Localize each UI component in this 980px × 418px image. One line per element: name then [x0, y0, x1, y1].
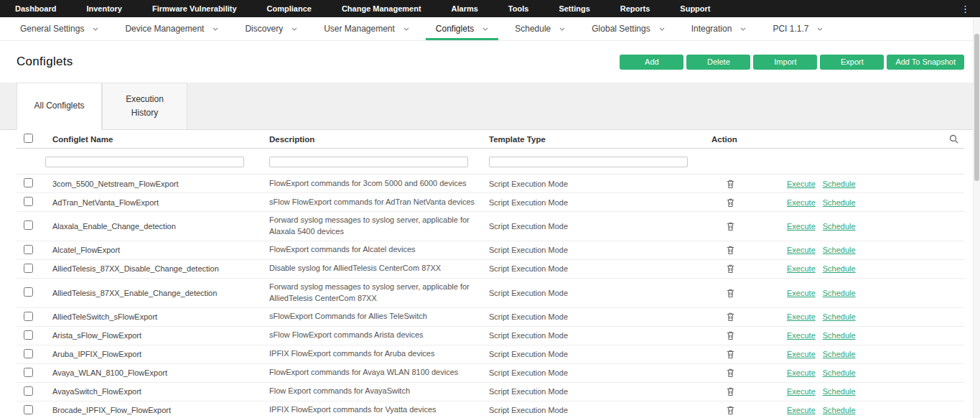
action-header-label: Action	[711, 135, 737, 144]
toolbar-button[interactable]: Delete	[686, 55, 750, 70]
column-header-template-type[interactable]: Template Type	[489, 135, 711, 144]
delete-icon[interactable]	[726, 386, 735, 396]
delete-icon[interactable]	[726, 405, 735, 415]
execute-link[interactable]: Execute	[787, 406, 816, 414]
execute-link[interactable]: Execute	[787, 368, 816, 377]
schedule-link[interactable]: Schedule	[823, 387, 856, 396]
toolbar: Add Delete Import Export Add To Snapshot	[620, 55, 964, 70]
topnav-item[interactable]: Change Management	[327, 0, 437, 17]
subnav-item[interactable]: Discovery	[235, 17, 307, 40]
schedule-link[interactable]: Schedule	[823, 246, 856, 254]
topnav-item[interactable]: Firmware Vulnerability	[137, 0, 252, 17]
toolbar-button[interactable]: Export	[820, 55, 884, 70]
delete-icon[interactable]	[726, 179, 735, 189]
subnav-item[interactable]: General Settings	[10, 17, 108, 40]
column-header-description[interactable]: Description	[269, 135, 489, 144]
subnav-item[interactable]: PCI 1.1.7	[762, 17, 833, 40]
row-checkbox[interactable]	[24, 264, 33, 273]
scrollbar-thumb[interactable]	[974, 34, 979, 181]
chevron-down-icon	[403, 27, 409, 31]
schedule-link[interactable]: Schedule	[823, 368, 856, 377]
table-row: AlliedTelesis_87XX_Disable_Change_detect…	[17, 260, 964, 279]
topnav-item[interactable]: Support	[665, 0, 725, 17]
delete-icon[interactable]	[726, 264, 735, 274]
subnav-item[interactable]: Integration	[681, 17, 757, 40]
subnav-item[interactable]: Schedule	[505, 17, 575, 40]
execute-link[interactable]: Execute	[787, 387, 816, 396]
page-header: Configlets Add Delete Import Export Add …	[0, 41, 980, 83]
execute-link[interactable]: Execute	[787, 180, 816, 188]
filter-template-type-input[interactable]	[489, 157, 688, 167]
topnav-item[interactable]: Reports	[605, 0, 666, 17]
toolbar-button[interactable]: Import	[753, 55, 817, 70]
toolbar-button[interactable]: Add	[620, 55, 683, 70]
overflow-menu-icon[interactable]: ⋮	[961, 4, 970, 14]
toolbar-button[interactable]: Add To Snapshot	[887, 55, 964, 70]
row-actions: Execute Schedule	[711, 245, 964, 255]
search-icon[interactable]	[949, 134, 958, 144]
delete-icon[interactable]	[726, 245, 735, 255]
filter-name-input[interactable]	[45, 157, 244, 167]
chevron-down-icon	[817, 27, 823, 31]
select-all-checkbox[interactable]	[24, 134, 33, 143]
row-checkbox[interactable]	[24, 197, 33, 206]
row-checkbox[interactable]	[24, 368, 33, 377]
execute-link[interactable]: Execute	[787, 222, 816, 231]
schedule-link[interactable]: Schedule	[823, 222, 856, 231]
execute-link[interactable]: Execute	[787, 264, 816, 273]
vertical-scrollbar[interactable]	[973, 18, 980, 418]
configlet-description: FlowExport commands for 3com 5000 and 60…	[269, 178, 489, 190]
delete-icon[interactable]	[726, 312, 735, 322]
execute-link[interactable]: Execute	[787, 198, 816, 207]
delete-icon[interactable]	[726, 221, 735, 231]
row-checkbox[interactable]	[24, 245, 33, 254]
execute-link[interactable]: Execute	[787, 331, 816, 340]
tab[interactable]: All Configlets	[17, 83, 102, 130]
topnav-item[interactable]: Dashboard	[0, 0, 71, 17]
chevron-down-icon	[93, 27, 98, 31]
topnav-item[interactable]: Compliance	[252, 0, 327, 17]
header-checkbox-cell	[17, 133, 45, 146]
topnav-item[interactable]: Alarms	[437, 0, 493, 17]
delete-icon[interactable]	[726, 349, 735, 359]
configlets-table: Configlet Name Description Template Type…	[17, 130, 964, 418]
schedule-link[interactable]: Schedule	[823, 406, 856, 414]
row-checkbox[interactable]	[24, 386, 33, 396]
schedule-link[interactable]: Schedule	[823, 350, 856, 358]
schedule-link[interactable]: Schedule	[823, 264, 856, 273]
row-checkbox[interactable]	[24, 349, 33, 358]
execute-link[interactable]: Execute	[787, 246, 816, 254]
subnav-item[interactable]: Configlets	[426, 17, 498, 40]
schedule-link[interactable]: Schedule	[823, 289, 856, 297]
row-checkbox[interactable]	[24, 405, 33, 414]
configlet-description: sFlow FlowExport commands Arista devices	[269, 330, 489, 341]
subnav-item[interactable]: Device Management	[115, 17, 228, 40]
row-checkbox[interactable]	[24, 220, 33, 230]
schedule-link[interactable]: Schedule	[823, 331, 856, 340]
row-checkbox[interactable]	[24, 178, 33, 187]
subnav-item[interactable]: User Management	[314, 17, 419, 40]
row-checkbox[interactable]	[24, 287, 33, 297]
execute-link[interactable]: Execute	[787, 289, 816, 297]
row-checkbox[interactable]	[24, 312, 33, 321]
delete-icon[interactable]	[726, 330, 735, 340]
delete-icon[interactable]	[726, 368, 735, 378]
schedule-link[interactable]: Schedule	[823, 180, 856, 188]
subnav-item[interactable]: Global Settings	[582, 17, 674, 40]
schedule-link[interactable]: Schedule	[823, 198, 856, 207]
tab[interactable]: Execution History	[102, 83, 187, 129]
row-actions: Execute Schedule	[711, 368, 964, 378]
execute-link[interactable]: Execute	[787, 312, 816, 321]
filter-description-input[interactable]	[269, 157, 468, 167]
topnav-item[interactable]: Inventory	[71, 0, 137, 17]
delete-icon[interactable]	[726, 198, 735, 208]
configlet-name: AlliedTelesis_87XX_Enable_Change_detecti…	[45, 289, 269, 297]
topnav-item[interactable]: Tools	[493, 0, 544, 17]
execute-link[interactable]: Execute	[787, 350, 816, 358]
column-header-name[interactable]: Configlet Name	[45, 135, 269, 144]
row-checkbox-cell	[17, 405, 45, 416]
delete-icon[interactable]	[726, 288, 735, 298]
schedule-link[interactable]: Schedule	[823, 312, 856, 321]
topnav-item[interactable]: Settings	[543, 0, 605, 17]
row-checkbox[interactable]	[24, 330, 33, 340]
